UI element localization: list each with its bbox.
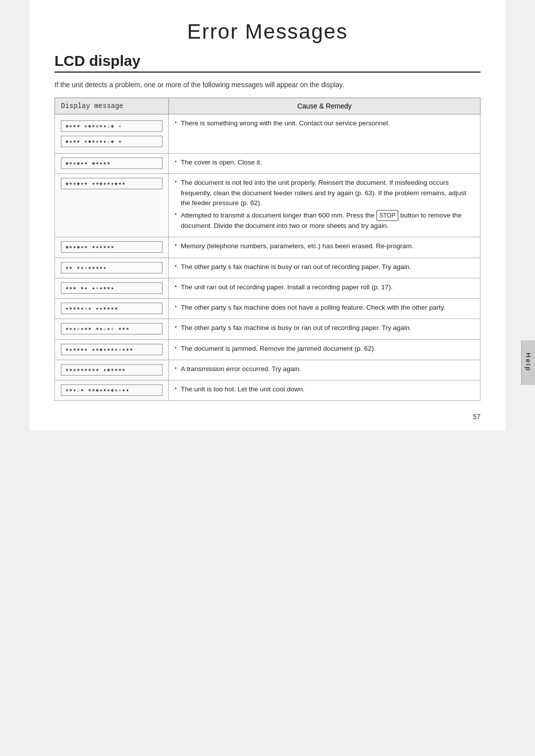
cause-cell: The other party s fax machine does not h…	[169, 299, 481, 319]
lcd-display-line: ✶✶✦✶✶✶✶✶✶ ✦❖✶✶✶✶	[61, 364, 162, 376]
table-row: ✶✶✦☆✶ ✶✶❖✦✶✦❖✦✧✦✦The unit is too hot. Le…	[55, 380, 481, 401]
lcd-display-line: ❖✶✦❖✦✶ ✦✶❖✦✶✦❖✶✶	[61, 178, 162, 189]
table-row: ❖✶✦❖✦✶ ✦✶❖✦✶✦❖✶✶The document is not fed …	[55, 174, 481, 237]
display-cell: ✶✶ ✶✦✧✶✶✶✶✦	[55, 258, 169, 278]
table-row: ✶✶✦✶✶✶✶✶✶ ✦❖✶✶✶✶A transmission error occ…	[55, 360, 481, 380]
cause-cell: A transmission error occurred. Try again…	[169, 360, 481, 380]
cause-item: The unit ran out of recording paper. Ins…	[175, 282, 474, 292]
lcd-display-line: ✶✦✦✧✦✶✶ ✶✦☆✦✧ ✶✶✶	[61, 323, 162, 334]
cause-item: The cover is open. Close it.	[175, 158, 474, 167]
cause-cell: The document is not fed into the unit pr…	[169, 174, 481, 237]
cause-cell: The unit ran out of recording paper. Ins…	[169, 278, 481, 298]
table-row: ✶✶ ✶✦✧✶✶✶✶✦The other party s fax machine…	[55, 258, 481, 278]
page-number: 57	[473, 413, 481, 421]
display-cell: ✦✶✶✶✦✧✦ ✦✦✶✶✶✶	[55, 299, 169, 319]
table-row: ✶✦✦✧✦✶✶ ✶✦☆✦✧ ✶✶✶The other party s fax m…	[55, 319, 481, 339]
col1-header: Display message	[55, 98, 169, 114]
display-cell: ✶✶✶ ✶✦ ✦✧✦✶✶✦	[55, 278, 169, 298]
cause-cell: The other party s fax machine is busy or…	[169, 258, 481, 278]
table-row: ❖✶✦❖✦✶ ✶✦✶✶✶✶Memory (telephone numbers, …	[55, 237, 481, 258]
display-cell: ❖✦✶✶ ✳❖✶✳✶✦☆❖ ✧❖✦✶✶ ✳❖✶✳✶✦☆❖ ✦	[55, 114, 169, 154]
cause-item: There is something wrong with the unit. …	[175, 118, 474, 128]
lcd-display-line: ❖✦✶✶ ✳❖✶✳✶✦☆❖ ✧	[61, 120, 162, 132]
table-row: ✶✶✶ ✶✦ ✦✧✦✶✶✦The unit ran out of recordi…	[55, 278, 481, 298]
display-cell: ✶✶✦✶✶✶✶✶✶ ✦❖✶✶✶✶	[55, 360, 169, 380]
display-cell: ✶✶✦☆✶ ✶✶❖✦✶✦❖✦✧✦✦	[55, 380, 169, 401]
cause-item: The document is jammed. Remove the jamme…	[175, 344, 474, 354]
intro-text: If the unit detects a problem, one or mo…	[54, 81, 481, 89]
table-row: ❖✦✶✶ ✳❖✶✳✶✦☆❖ ✧❖✦✶✶ ✳❖✶✳✶✦☆❖ ✦There is s…	[55, 114, 481, 154]
col2-header: Cause & Remedy	[169, 98, 481, 114]
lcd-display-line: ✦✶✶✶✦✧✦ ✦✦✶✶✶✶	[61, 303, 162, 314]
cause-item: The other party s fax machine does not h…	[175, 303, 474, 313]
cause-cell: The document is jammed. Remove the jamme…	[169, 339, 481, 360]
lcd-display-line: ❖✶✦❖✦✶ ✶✦✶✶✶✶	[61, 241, 162, 253]
display-cell: ✶✦✦✧✦✶✶ ✶✦☆✦✧ ✶✶✶	[55, 319, 169, 339]
display-cell: ❖✶✦❖✦✶ ✶✦✶✶✶✶	[55, 237, 169, 258]
lcd-display-line: ❖✶✦❖✦✶ ❖✶✦✶✶	[61, 158, 162, 169]
cause-item: The document is not fed into the unit pr…	[175, 178, 474, 208]
help-tab: Help	[521, 340, 535, 385]
section-title: LCD display	[54, 53, 481, 73]
table-row: ❖✶✦❖✦✶ ❖✶✦✶✶The cover is open. Close it.	[55, 154, 481, 174]
cause-item: Attempted to transmit a document longer …	[175, 210, 474, 231]
cause-cell: The unit is too hot. Let the unit cool d…	[169, 380, 481, 401]
cause-item: Memory (telephone numbers, parameters, e…	[175, 241, 474, 251]
display-cell: ❖✶✦❖✦✶ ✦✶❖✦✶✦❖✶✶	[55, 174, 169, 237]
cause-cell: The cover is open. Close it.	[169, 154, 481, 174]
display-cell: ❖✶✦❖✦✶ ❖✶✦✶✶	[55, 154, 169, 174]
stop-button-label: STOP	[376, 210, 398, 221]
lcd-display-line: ❖✦✶✶ ✳❖✶✳✶✦☆❖ ✦	[61, 136, 162, 147]
cause-item: A transmission error occurred. Try again…	[175, 364, 474, 374]
cause-item: The unit is too hot. Let the unit cool d…	[175, 384, 474, 394]
lcd-display-line: ✶✶ ✶✦✧✶✶✶✶✦	[61, 262, 162, 273]
lcd-display-line: ✶✶✦☆✶ ✶✶❖✦✶✦❖✦✧✦✦	[61, 384, 162, 396]
cause-item: The other party s fax machine is busy or…	[175, 323, 474, 333]
cause-cell: Memory (telephone numbers, parameters, e…	[169, 237, 481, 258]
display-cell: ✶✦✶✶✶✦ ✦✶❖✦✶✶✦✧✦✶✶	[55, 339, 169, 360]
error-table: Display message Cause & Remedy ❖✦✶✶ ✳❖✶✳…	[54, 98, 481, 401]
lcd-display-line: ✶✶✶ ✶✦ ✦✧✦✶✶✦	[61, 282, 162, 294]
lcd-display-line: ✶✦✶✶✶✦ ✦✶❖✦✶✶✦✧✦✶✶	[61, 344, 162, 355]
page-title: Error Messages	[54, 15, 481, 44]
cause-cell: There is something wrong with the unit. …	[169, 114, 481, 154]
table-row: ✶✦✶✶✶✦ ✦✶❖✦✶✶✦✧✦✶✶The document is jammed…	[55, 339, 481, 360]
table-row: ✦✶✶✶✦✧✦ ✦✦✶✶✶✶The other party s fax mach…	[55, 299, 481, 319]
cause-cell: The other party s fax machine is busy or…	[169, 319, 481, 339]
cause-item: The other party s fax machine is busy or…	[175, 262, 474, 272]
